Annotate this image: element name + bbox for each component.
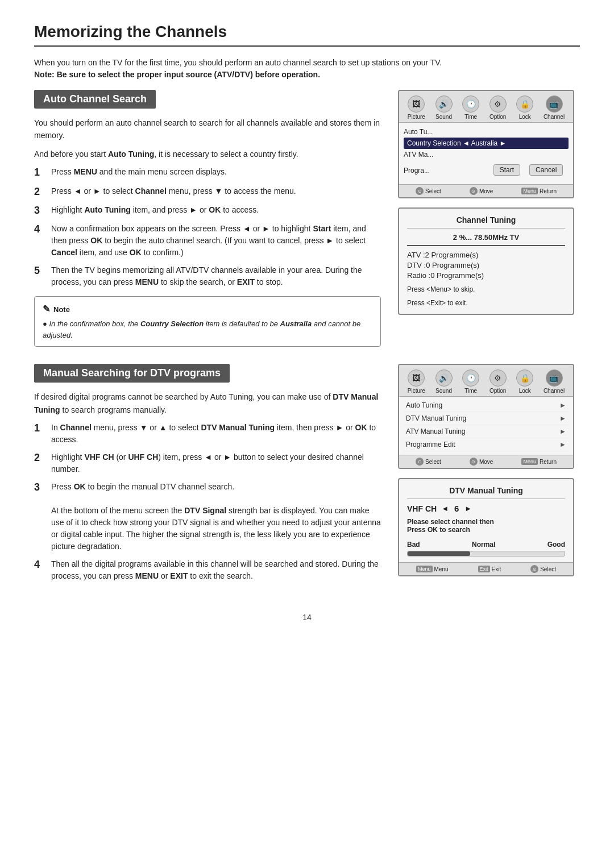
tv-menu-icons-top: 🖼 Picture 🔊 Sound 🕐 Time ⚙ Option 🔒 [399,91,573,123]
option-icon-2: ⚙ [489,369,507,387]
select-circle-icon-2: ⊙ [416,458,424,466]
tv-menu-top-box: 🖼 Picture 🔊 Sound 🕐 Time ⚙ Option 🔒 [398,90,574,198]
manual-search-left: Manual Searching for DTV programs If des… [34,364,381,590]
dtv-manual-box: DTV Manual Tuning VHF CH ◄ 6 ► Please se… [398,478,574,576]
tv-menu-rows-top: Auto Tu... Country Selection ◄ Australia… [399,123,573,184]
dtv-desc: Please select channel thenPress OK to se… [407,518,565,534]
menu-dtv-manual: DTV Manual Tuning ► [404,412,569,425]
tv-menu-footer-bottom: ⊙ Select ⊙ Move Menu Return [399,455,573,468]
icon-lock-2: 🔒 Lock [516,369,533,394]
manual-step-3: 3 Press OK to begin the manual DTV chann… [34,481,381,553]
manual-search-header: Manual Searching for DTV programs [34,364,230,383]
select-dtv-icon: ⊙ [530,565,538,573]
icon-picture: 🖼 Picture [408,95,425,120]
signal-bad-label: Bad [407,541,420,549]
step-4: 4 Now a confirmation box appears on the … [34,223,381,259]
intro-text: When you turn on the TV for the first ti… [34,57,580,81]
auto-channel-search-section: Auto Channel Search You should perform a… [34,90,580,347]
channel-tuning-box: Channel Tuning 2 %... 78.50MHz TV ATV :2… [398,207,574,315]
step-5: 5 Then the TV begins memorizing all ATV/… [34,264,381,288]
menu-programme-edit: Programme Edit ► [404,438,569,451]
icon-picture-2: 🖼 Picture [408,369,425,394]
tuning-freq: 2 %... 78.50MHz TV [407,233,565,242]
time-icon: 🕐 [462,95,479,113]
cancel-button[interactable]: Cancel [529,164,563,176]
tuning-dtv: DTV :0 Programme(s) [407,261,565,269]
signal-normal-label: Normal [472,541,495,549]
menu-auto-tuning: Auto Tuning ► [404,399,569,412]
picture-icon-2: 🖼 [408,369,425,387]
dtv-ch-label: VHF CH [407,504,437,513]
manual-search-steps: 1 In Channel menu, press ▼ or ▲ to selec… [34,422,381,582]
picture-icon: 🖼 [408,95,425,113]
icon-option-2: ⚙ Option [489,369,507,394]
note-text: ● In the confirmation box, the Country S… [43,318,372,340]
menu-row-atv: ATV Ma... [404,149,569,160]
menu-row-dtv-country: Country Selection ◄ Australia ► [404,138,569,149]
manual-step-1: 1 In Channel menu, press ▼ or ▲ to selec… [34,422,381,446]
channel-icon-2: 📺 [546,369,563,387]
option-icon: ⚙ [489,95,507,113]
ch-right-arrow[interactable]: ► [464,504,472,513]
tv-menu-list: Auto Tuning ► DTV Manual Tuning ► ATV Ma… [399,397,573,455]
auto-channel-search-header: Auto Channel Search [34,90,156,109]
signal-good-label: Good [547,541,565,549]
tuning-divider [407,245,565,246]
icon-sound-2: 🔊 Sound [435,369,453,394]
start-button[interactable]: Start [493,164,520,176]
signal-bar-track [407,551,565,556]
page-number: 14 [34,613,580,622]
menu-row-program: Progra... Start Cancel [404,160,569,181]
auto-search-desc1: You should perform an auto channel searc… [34,117,381,142]
icon-channel-2: 📺 Channel [544,369,565,394]
ch-value: 6 [451,504,462,513]
tuning-radio: Radio :0 Programme(s) [407,271,565,280]
lock-icon: 🔒 [516,95,533,113]
signal-bar-fill [408,551,470,556]
tuning-atv: ATV :2 Programme(s) [407,251,565,259]
manual-search-section: Manual Searching for DTV programs If des… [34,364,580,590]
icon-lock: 🔒 Lock [516,95,533,120]
signal-bar-area: Bad Normal Good [407,541,565,556]
auto-search-left: Auto Channel Search You should perform a… [34,90,381,347]
channel-icon: 📺 [546,95,563,113]
note-icon: ✎ [43,302,50,316]
move-circle-icon-2: ⊙ [470,458,478,466]
menu-atv-manual: ATV Manual Tuning ► [404,425,569,438]
channel-tuning-title: Channel Tuning [407,215,565,229]
tuning-hint-menu: Press <Menu> to skip. [407,285,565,293]
icon-option: ⚙ Option [489,95,507,120]
dtv-manual-title: DTV Manual Tuning [407,486,565,499]
dtv-footer: Menu Menu Exit Exit ⊙ Select [399,562,573,575]
icon-sound: 🔊 Sound [435,95,453,120]
page-title: Memorizing the Channels [34,23,580,47]
ch-left-arrow[interactable]: ◄ [441,504,449,513]
manual-search-right: 🖼 Picture 🔊 Sound 🕐 Time ⚙ Option 🔒 [398,364,580,590]
step-2: 2 Press ◄ or ► to select Channel menu, p… [34,185,381,198]
time-icon-2: 🕐 [462,369,479,387]
icon-time: 🕐 Time [462,95,479,120]
sound-icon: 🔊 [435,95,453,113]
tv-menu-bottom-box: 🖼 Picture 🔊 Sound 🕐 Time ⚙ Option 🔒 [398,364,574,469]
sound-icon-2: 🔊 [435,369,453,387]
signal-labels: Bad Normal Good [407,541,565,549]
auto-search-desc2: And before you start Auto Tuning, it is … [34,148,381,160]
dtv-ch-row: VHF CH ◄ 6 ► [407,504,565,513]
move-circle-icon: ⊙ [470,187,478,195]
auto-search-right: 🖼 Picture 🔊 Sound 🕐 Time ⚙ Option 🔒 [398,90,580,347]
manual-search-desc: If desired digital programs cannot be se… [34,391,381,416]
select-circle-icon: ⊙ [416,187,424,195]
tuning-hint-exit: Press <Exit> to exit. [407,299,565,307]
manual-step-4: 4 Then all the digital programs availabl… [34,558,381,582]
auto-search-steps: 1 Press MENU and the main menu screen di… [34,166,381,288]
menu-row-autotuning: Auto Tu... [404,126,569,138]
step-1: 1 Press MENU and the main menu screen di… [34,166,381,179]
tv-menu-icons-bottom: 🖼 Picture 🔊 Sound 🕐 Time ⚙ Option 🔒 [399,365,573,397]
note-box: ✎ Note ● In the confirmation box, the Co… [34,296,381,347]
manual-step-2: 2 Highlight VHF CH (or UHF CH) item, pre… [34,451,381,475]
icon-channel: 📺 Channel [544,95,565,120]
intro-note: Note: Be sure to select the proper input… [34,70,320,79]
lock-icon-2: 🔒 [516,369,533,387]
step-3: 3 Highlight Auto Tuning item, and press … [34,204,381,217]
icon-time-2: 🕐 Time [462,369,479,394]
